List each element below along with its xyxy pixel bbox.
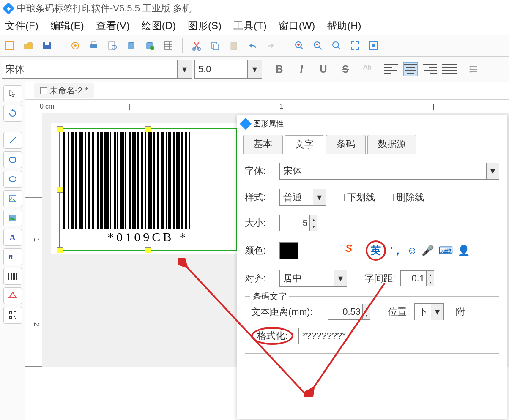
rounded-rect-tool[interactable] (3, 151, 22, 168)
font-family-select[interactable]: 宋体 ▾ (2, 60, 192, 79)
picture-tool[interactable] (3, 210, 22, 226)
redo-icon[interactable] (265, 39, 277, 52)
print-preview-icon[interactable] (106, 39, 119, 52)
image-tool[interactable] (3, 190, 22, 207)
qr-tool[interactable] (3, 307, 22, 324)
chevron-down-icon[interactable]: ▾ (177, 60, 192, 78)
polygon-tool[interactable] (3, 287, 22, 304)
grid-icon[interactable] (162, 39, 175, 52)
format-input[interactable]: *???????* (298, 328, 493, 344)
spin-down-icon[interactable]: ▾ (363, 312, 370, 319)
menu-draw[interactable]: 绘图(D) (142, 19, 176, 33)
italic-button[interactable]: I (295, 63, 308, 75)
align-left-button[interactable] (384, 62, 398, 76)
color-swatch[interactable] (279, 242, 298, 259)
menu-window[interactable]: 窗口(W) (279, 19, 315, 33)
chevron-down-icon[interactable]: ▾ (313, 189, 326, 205)
svg-rect-44 (14, 312, 16, 314)
tab-basic[interactable]: 基本 (243, 135, 283, 154)
pos-select[interactable]: 下 ▾ (414, 303, 444, 320)
resize-handle-n[interactable] (145, 126, 151, 132)
menu-edit[interactable]: 编辑(E) (50, 19, 84, 33)
rotate-tool[interactable] (3, 105, 22, 122)
label-page: *0109CB * (51, 123, 245, 254)
font-size-select[interactable]: 5.0 ▾ (194, 60, 262, 79)
ime-keyboard-icon[interactable]: ⌨ (438, 245, 453, 256)
ime-voice-icon[interactable]: 🎤 (421, 245, 434, 256)
zoom-in-icon[interactable] (293, 39, 306, 52)
copy-icon[interactable] (209, 39, 222, 52)
list-icon[interactable] (468, 63, 480, 76)
fullscreen-icon[interactable] (367, 39, 380, 52)
ime-user-icon[interactable]: 👤 (457, 245, 470, 256)
style-select[interactable]: 普通 ▾ (279, 189, 326, 206)
paste-icon[interactable] (227, 39, 240, 52)
menu-view[interactable]: 查看(V) (96, 19, 130, 33)
strike-button[interactable]: S (339, 63, 352, 75)
textdist-spinner[interactable]: 0.53 ▴▾ (328, 304, 370, 320)
menu-help[interactable]: 帮助(H) (327, 19, 361, 33)
ime-emoji-icon[interactable]: ☺ (407, 245, 418, 256)
tab-datasource[interactable]: 数据源 (367, 135, 416, 154)
align-center-button[interactable] (403, 62, 418, 76)
style-value: 普通 (283, 191, 302, 204)
menu-file[interactable]: 文件(F) (5, 19, 38, 33)
pointer-tool[interactable] (3, 85, 22, 102)
menu-shape[interactable]: 图形(S) (188, 19, 222, 33)
ime-english-mode[interactable]: 英 (366, 240, 386, 261)
spin-up-icon[interactable]: ▴ (310, 215, 317, 223)
spin-up-icon[interactable]: ▴ (427, 271, 434, 278)
text-tool[interactable]: A (3, 229, 22, 246)
align-select[interactable]: 居中 ▾ (279, 270, 347, 287)
resize-handle-nw[interactable] (57, 126, 63, 132)
menu-tool[interactable]: 工具(T) (233, 19, 267, 33)
new-doc-icon[interactable] (3, 39, 16, 52)
toolbar-format: 宋体 ▾ 5.0 ▾ B I U S ᴬᵇ (0, 57, 509, 82)
ellipse-tool[interactable] (3, 171, 22, 188)
ime-punct-icon[interactable]: '， (390, 244, 403, 257)
resize-handle-sw[interactable] (57, 247, 63, 253)
strike-checkbox[interactable]: 删除线 (386, 191, 424, 204)
underline-checkbox[interactable]: 下划线 (337, 191, 375, 204)
undo-icon[interactable] (246, 39, 259, 52)
chevron-down-icon[interactable]: ▾ (334, 270, 347, 286)
resize-handle-s[interactable] (145, 247, 151, 253)
chevron-down-icon[interactable]: ▾ (247, 60, 262, 78)
svg-rect-46 (14, 316, 15, 317)
properties-titlebar[interactable]: 图形属性 (237, 115, 507, 132)
database-icon[interactable] (125, 39, 137, 52)
tab-barcode[interactable]: 条码 (326, 135, 366, 154)
sogou-logo-icon[interactable]: S (345, 243, 361, 259)
open-icon[interactable] (22, 39, 35, 52)
resize-handle-w[interactable] (57, 187, 63, 193)
align-justify-button[interactable] (442, 62, 457, 76)
richtext-tool[interactable]: R≡ (3, 248, 22, 265)
database-refresh-icon[interactable] (143, 39, 156, 52)
spin-down-icon[interactable]: ▾ (427, 278, 434, 286)
svg-rect-21 (372, 44, 375, 47)
zoom-icon[interactable] (330, 39, 343, 52)
barcode-tool[interactable] (3, 268, 22, 285)
document-tab[interactable]: 未命名-2 * (34, 83, 94, 98)
cut-icon[interactable] (190, 39, 203, 52)
align-right-button[interactable] (423, 62, 437, 76)
svg-point-37 (12, 292, 14, 293)
settings-icon[interactable] (69, 39, 82, 52)
spin-up-icon[interactable]: ▴ (363, 304, 370, 312)
bold-button[interactable]: B (273, 63, 286, 75)
style-label: 样式: (245, 191, 274, 204)
save-icon[interactable] (41, 39, 53, 52)
svg-point-11 (150, 46, 154, 50)
spacing-spinner[interactable]: 0.1 ▴▾ (400, 270, 434, 286)
chevron-down-icon[interactable]: ▾ (431, 304, 443, 320)
zoom-out-icon[interactable] (312, 39, 324, 52)
tab-text[interactable]: 文字 (285, 135, 324, 154)
size-spinner[interactable]: 5 ▴▾ (279, 215, 317, 231)
print-icon[interactable] (88, 39, 100, 52)
spin-down-icon[interactable]: ▾ (310, 223, 317, 231)
chevron-down-icon[interactable]: ▾ (486, 163, 499, 179)
line-tool[interactable] (3, 132, 22, 149)
underline-button[interactable]: U (317, 63, 330, 75)
fit-icon[interactable] (349, 39, 361, 52)
font-select[interactable]: 宋体 ▾ (279, 163, 499, 180)
